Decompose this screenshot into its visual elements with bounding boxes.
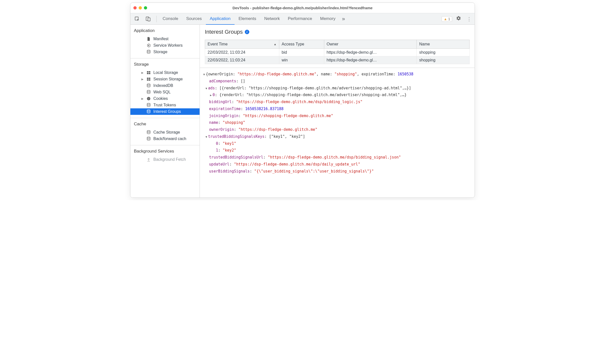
sidebar-item-session-storage[interactable]: ▶Session Storage bbox=[130, 76, 200, 82]
tab-network[interactable]: Network bbox=[260, 13, 284, 25]
info-icon[interactable]: i bbox=[245, 30, 249, 34]
maximize-window-button[interactable] bbox=[144, 6, 147, 9]
expand-toggle-icon[interactable]: ▼ bbox=[202, 72, 206, 77]
cell-name: shopping bbox=[417, 49, 470, 56]
table-row[interactable]: 22/03/2022, 11:03:24bidhttps://dsp-fledg… bbox=[205, 49, 470, 56]
tab-application[interactable]: Application bbox=[206, 13, 235, 25]
column-header-owner[interactable]: Owner bbox=[324, 40, 417, 49]
sidebar-item-service-workers[interactable]: Service Workers bbox=[130, 42, 200, 49]
db-icon bbox=[146, 90, 151, 94]
svg-rect-5 bbox=[147, 71, 148, 72]
svg-point-21 bbox=[147, 131, 150, 132]
tab-sources[interactable]: Sources bbox=[182, 13, 206, 25]
sidebar-item-local-storage[interactable]: ▶Local Storage bbox=[130, 69, 200, 76]
detail-ads[interactable]: ▼ads: [{renderUrl: "https://shopping-fle… bbox=[200, 85, 472, 92]
cell-time: 22/03/2022, 11:03:24 bbox=[205, 49, 279, 56]
minimize-window-button[interactable] bbox=[139, 6, 142, 9]
sort-asc-icon: ▲ bbox=[274, 43, 277, 46]
settings-icon[interactable] bbox=[455, 15, 463, 23]
detail-joiningorigin[interactable]: joiningOrigin: "https://shopping-fledge-… bbox=[200, 113, 472, 120]
svg-rect-7 bbox=[147, 73, 148, 74]
column-header-name[interactable]: Name bbox=[417, 40, 470, 49]
svg-point-20 bbox=[147, 110, 150, 111]
db-icon bbox=[146, 137, 151, 141]
sidebar-item-cache-storage[interactable]: Cache Storage bbox=[130, 129, 200, 136]
expand-toggle-icon[interactable]: ▶ bbox=[141, 71, 144, 74]
sidebar-item-background-fetch[interactable]: Background Fetch bbox=[130, 156, 200, 163]
detail-summary[interactable]: ▼{ownerOrigin: "https://dsp-fledge-demo.… bbox=[200, 71, 472, 78]
db-icon bbox=[146, 103, 151, 107]
expand-toggle-icon[interactable]: ▶ bbox=[209, 93, 213, 98]
column-header-access-type[interactable]: Access Type bbox=[279, 40, 324, 49]
cell-time: 22/03/2022, 11:03:24 bbox=[205, 56, 279, 64]
sidebar-item-storage[interactable]: Storage bbox=[130, 49, 200, 55]
device-toolbar-icon[interactable] bbox=[144, 15, 152, 23]
sidebar-item-label: Web SQL bbox=[153, 90, 171, 94]
more-tabs-button[interactable]: » bbox=[339, 16, 347, 22]
inspect-element-icon[interactable] bbox=[133, 15, 141, 23]
detail-name[interactable]: name: "shopping" bbox=[200, 119, 472, 126]
grid-icon bbox=[146, 77, 151, 81]
svg-rect-6 bbox=[149, 71, 150, 72]
issues-count: 1 bbox=[448, 17, 450, 21]
sidebar-heading: Background Services bbox=[130, 148, 200, 156]
detail-biddingurl[interactable]: biddingUrl: "https://dsp-fledge-demo.gli… bbox=[200, 99, 472, 106]
tab-console[interactable]: Console bbox=[159, 13, 182, 25]
svg-point-16 bbox=[148, 98, 148, 98]
tab-memory[interactable]: Memory bbox=[316, 13, 339, 25]
detail-expirationtime[interactable]: expirationTime: 1650538216.837188 bbox=[200, 106, 472, 113]
panel-header: Interest Groups i bbox=[200, 25, 475, 40]
sidebar-heading: Storage bbox=[130, 61, 200, 69]
issues-badge[interactable]: ▲ 1 bbox=[442, 16, 452, 22]
sidebar-item-label: Storage bbox=[153, 50, 167, 54]
detail-ubs[interactable]: userBiddingSignals: "{\"user_bidding_sig… bbox=[200, 168, 472, 175]
cookie-icon bbox=[146, 96, 151, 101]
sidebar-item-label: Session Storage bbox=[153, 77, 183, 81]
detail-adcomponents[interactable]: adComponents: [] bbox=[200, 78, 472, 85]
expand-toggle-icon[interactable]: ▼ bbox=[205, 135, 208, 140]
svg-rect-2 bbox=[148, 18, 150, 21]
main-panel: Interest Groups i Event Time▲Access Type… bbox=[200, 25, 475, 197]
sidebar-heading: Cache bbox=[130, 121, 200, 129]
sidebar-item-interest-groups[interactable]: Interest Groups bbox=[130, 108, 200, 115]
expand-toggle-icon[interactable]: ▶ bbox=[141, 78, 144, 81]
detail-ownerorigin[interactable]: ownerOrigin: "https://dsp-fledge-demo.gl… bbox=[200, 126, 472, 133]
close-window-button[interactable] bbox=[133, 6, 137, 9]
main-toolbar: ConsoleSourcesApplicationElementsNetwork… bbox=[130, 13, 475, 25]
body: ApplicationManifestService WorkersStorag… bbox=[130, 25, 475, 197]
warning-icon: ▲ bbox=[444, 17, 447, 21]
grid-icon bbox=[146, 70, 151, 75]
svg-point-3 bbox=[148, 45, 149, 46]
detail-tbsk-1[interactable]: 1: "key2" bbox=[200, 147, 472, 154]
svg-rect-11 bbox=[147, 79, 148, 81]
sidebar-item-label: Service Workers bbox=[153, 43, 183, 48]
detail-tbsk-0[interactable]: 0: "key1" bbox=[200, 140, 472, 147]
sidebar-heading: Application bbox=[130, 27, 200, 36]
more-options-icon[interactable]: ⋮ bbox=[465, 15, 473, 23]
svg-rect-10 bbox=[149, 78, 150, 79]
column-header-event-time[interactable]: Event Time▲ bbox=[205, 40, 279, 49]
db-icon bbox=[146, 109, 151, 114]
sidebar-item-web-sql[interactable]: Web SQL bbox=[130, 89, 200, 95]
detail-tbsk[interactable]: ▼trustedBiddingSignalsKeys: ["key1", "ke… bbox=[200, 133, 472, 140]
expand-toggle-icon[interactable]: ▼ bbox=[205, 86, 208, 91]
detail-updateurl[interactable]: updateUrl: "https://dsp-fledge-demo.glit… bbox=[200, 161, 472, 168]
db-icon bbox=[146, 130, 151, 135]
db-icon bbox=[146, 50, 151, 54]
expand-toggle-icon[interactable]: ▶ bbox=[141, 97, 144, 100]
sidebar-item-manifest[interactable]: Manifest bbox=[130, 36, 200, 42]
svg-rect-9 bbox=[147, 78, 148, 79]
sidebar-item-label: IndexedDB bbox=[153, 83, 173, 88]
detail-ads-0[interactable]: ▶0: {renderUrl: "https://shopping-fledge… bbox=[200, 92, 472, 99]
sidebar-item-indexeddb[interactable]: IndexedDB bbox=[130, 82, 200, 89]
tab-performance[interactable]: Performance bbox=[284, 13, 316, 25]
table-row[interactable]: 22/03/2022, 11:03:24winhttps://dsp-fledg… bbox=[205, 56, 470, 64]
sidebar-item-back-forward-cach[interactable]: Back/forward cach bbox=[130, 136, 200, 142]
tab-elements[interactable]: Elements bbox=[235, 13, 260, 25]
panel-title: Interest Groups bbox=[205, 29, 243, 35]
detail-tbsurl[interactable]: trustedBiddingSignalsUrl: "https://dsp-f… bbox=[200, 154, 472, 161]
file-icon bbox=[146, 37, 151, 41]
sidebar-item-trust-tokens[interactable]: Trust Tokens bbox=[130, 102, 200, 108]
db-icon bbox=[146, 83, 151, 88]
sidebar-item-cookies[interactable]: ▶Cookies bbox=[130, 95, 200, 102]
